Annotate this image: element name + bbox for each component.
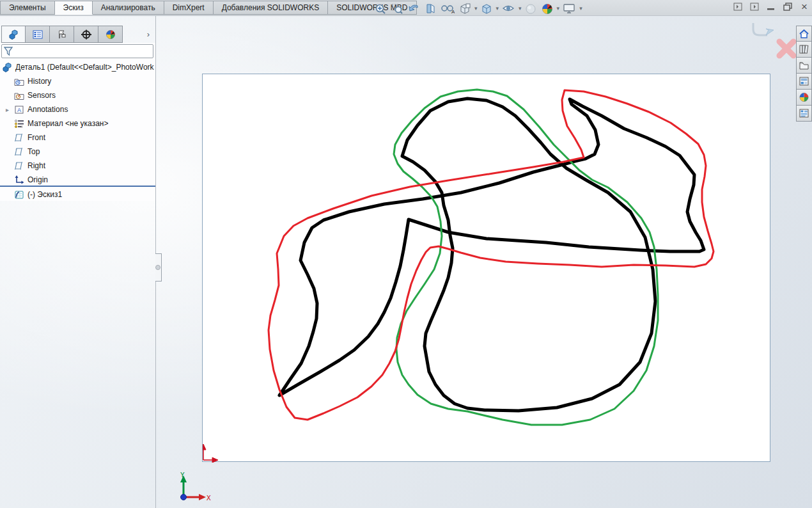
tab-dimxpert[interactable]: DimXpert — [164, 1, 214, 15]
sketch-drawing — [203, 74, 771, 463]
view-palette-icon[interactable] — [796, 74, 812, 90]
top-command-strip: Элементы Эскиз Анализировать DimXpert До… — [0, 0, 812, 16]
filter-funnel-icon — [3, 46, 15, 57]
appearances-scenes-ball-icon[interactable] — [796, 90, 812, 106]
plane-icon — [14, 147, 24, 157]
previous-view-icon[interactable] — [406, 2, 421, 15]
zoom-to-fit-icon[interactable] — [373, 2, 388, 15]
task-pane-tabs — [796, 26, 812, 122]
tab-featuremanager[interactable] — [1, 26, 26, 43]
tab-dimxpertmanager[interactable] — [74, 26, 98, 43]
tab-elements[interactable]: Элементы — [0, 1, 55, 15]
window-controls: × — [733, 2, 809, 12]
apply-scene-icon[interactable] — [540, 2, 555, 15]
tree-filter-box — [1, 44, 153, 58]
section-view-icon[interactable] — [423, 2, 438, 15]
feature-tree-below-rollback: (-) Эскиз1 — [0, 187, 155, 202]
tab-sketch[interactable]: Эскиз — [55, 1, 93, 15]
sketch-canvas[interactable] — [202, 74, 770, 462]
part-icon — [2, 62, 12, 72]
view-orientation-icon[interactable] — [457, 2, 472, 15]
origin-axes-icon — [14, 175, 24, 185]
tree-item-front-plane[interactable]: Front — [0, 131, 155, 145]
panel-collapse-handle[interactable] — [155, 253, 162, 282]
panel-toggle-left-icon[interactable] — [733, 2, 743, 12]
tree-root-part[interactable]: Деталь1 (Default<<Default>_PhotoWork — [0, 60, 155, 74]
tree-item-sensors[interactable]: Sensors — [0, 88, 155, 102]
sketch-icon — [14, 189, 24, 200]
apply-scene-dropdown[interactable]: ▾ — [557, 5, 560, 12]
plane-icon — [14, 132, 24, 143]
zoom-to-area-icon[interactable] — [389, 2, 405, 15]
rollback-bar[interactable] — [0, 186, 155, 187]
tree-item-annotations[interactable]: ▸ A Annotations — [0, 102, 155, 116]
tree-item-sketch1[interactable]: (-) Эскиз1 — [0, 187, 155, 202]
hide-show-items-icon[interactable] — [500, 2, 517, 15]
plane-icon — [14, 161, 24, 171]
tree-item-right-plane[interactable]: Right — [0, 159, 155, 173]
hide-show-items-dropdown[interactable]: ▾ — [519, 5, 522, 12]
sketch-spline-green-offset[interactable] — [394, 90, 658, 425]
tree-filter-input[interactable] — [15, 45, 153, 57]
featuremanager-panel: Деталь1 (Default<<Default>_PhotoWork His… — [0, 43, 155, 201]
tab-configurationmanager[interactable] — [50, 26, 74, 43]
minimize-button[interactable] — [766, 2, 776, 12]
tab-evaluate[interactable]: Анализировать — [93, 1, 164, 15]
cancel-sketch-x-icon[interactable] — [774, 36, 799, 63]
tree-item-material[interactable]: Материал <не указан> — [0, 116, 155, 131]
material-icon — [14, 118, 24, 129]
restore-button[interactable] — [783, 2, 793, 12]
display-style-icon[interactable] — [479, 2, 494, 15]
tree-item-top-plane[interactable]: Top — [0, 145, 155, 159]
tab-solidworks-addins[interactable]: Добавления SOLIDWORKS — [214, 1, 329, 15]
triad-x-label: X — [207, 494, 211, 502]
view-heads-up-toolbar: A ▾ ▾ ▾ ▾ ▾ — [373, 1, 582, 15]
edit-appearance-icon[interactable] — [523, 2, 538, 15]
view-settings-icon[interactable] — [561, 2, 577, 15]
tab-displaymanager[interactable] — [98, 26, 123, 43]
annotations-expander-icon[interactable]: ▸ — [6, 106, 9, 113]
solidworks-resources-home-icon[interactable] — [796, 26, 812, 42]
collapse-dot-icon — [155, 265, 160, 270]
display-style-dropdown[interactable]: ▾ — [496, 5, 499, 12]
sensors-folder-icon — [14, 90, 24, 100]
custom-properties-form-icon[interactable] — [796, 106, 812, 122]
history-folder-icon — [14, 76, 24, 86]
design-library-books-icon[interactable] — [796, 42, 812, 58]
solidworks-window: { "command_tabs": { "items": [ { "label"… — [0, 0, 812, 508]
file-explorer-folder-icon[interactable] — [796, 58, 812, 74]
feature-tree: Деталь1 (Default<<Default>_PhotoWork His… — [0, 60, 155, 187]
featuremanager-tab-bar — [1, 26, 123, 43]
sketch-origin-marker — [203, 444, 218, 463]
view-settings-dropdown[interactable]: ▾ — [579, 5, 582, 12]
sketch-spline-black-wedge-sweep[interactable] — [279, 99, 704, 395]
svg-text:A: A — [451, 9, 455, 15]
featuremanager-overflow-arrow[interactable]: › — [143, 28, 153, 40]
close-button[interactable]: × — [799, 2, 809, 12]
tree-item-origin[interactable]: Origin — [0, 173, 155, 187]
tree-item-history[interactable]: History — [0, 74, 155, 88]
view-sketches-icon[interactable]: A — [439, 2, 456, 15]
tree-root-label: Деталь1 (Default<<Default>_PhotoWork — [15, 63, 154, 72]
svg-text:A: A — [17, 107, 21, 113]
view-orientation-dropdown[interactable]: ▾ — [474, 5, 478, 12]
reference-triad: Y X — [173, 470, 214, 505]
tab-propertymanager[interactable] — [26, 26, 50, 43]
panel-toggle-right-icon[interactable] — [749, 2, 760, 12]
triad-y-label: Y — [180, 471, 185, 479]
annotations-folder-icon: A — [14, 104, 24, 115]
commandmanager-tabs: Элементы Эскиз Анализировать DimXpert До… — [0, 1, 417, 15]
